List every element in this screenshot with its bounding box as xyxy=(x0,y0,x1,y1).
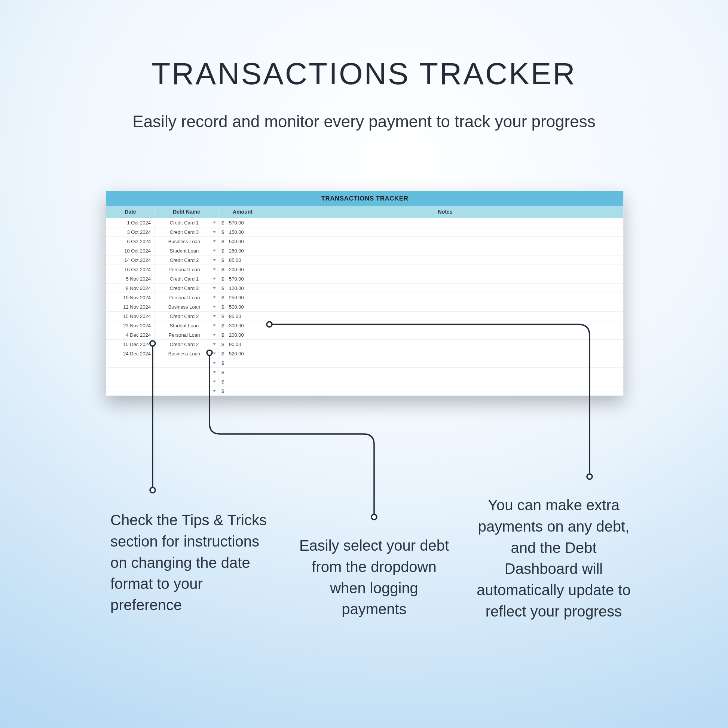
cell-notes[interactable] xyxy=(267,387,623,395)
svg-point-5 xyxy=(587,474,592,479)
cell-date[interactable]: 6 Oct 2024 xyxy=(106,237,155,246)
cell-date[interactable]: 5 Nov 2024 xyxy=(106,274,155,283)
header-notes: Notes xyxy=(267,206,623,218)
cell-debt-dropdown[interactable]: Business Loan xyxy=(155,349,219,358)
cell-amount[interactable]: $500.00 xyxy=(219,237,267,246)
cell-date[interactable] xyxy=(106,387,155,395)
table-row: 12 Nov 2024Business Loan$500.00 xyxy=(106,302,623,312)
cell-debt-dropdown[interactable]: Credit Card 2 xyxy=(155,255,219,265)
cell-notes[interactable] xyxy=(267,312,623,321)
cell-date[interactable]: 12 Nov 2024 xyxy=(106,302,155,311)
page-title: TRANSACTIONS TRACKER xyxy=(0,56,728,91)
cell-amount[interactable]: $85.00 xyxy=(219,312,267,321)
cell-debt-dropdown[interactable]: Business Loan xyxy=(155,237,219,246)
cell-date[interactable]: 3 Oct 2024 xyxy=(106,228,155,236)
cell-notes[interactable] xyxy=(267,302,623,311)
cell-amount[interactable]: $250.00 xyxy=(219,293,267,302)
callout-date-format: Check the Tips & Tricks section for inst… xyxy=(110,509,268,616)
cell-date[interactable]: 1 Oct 2024 xyxy=(106,218,155,227)
cell-date[interactable]: 23 Nov 2024 xyxy=(106,321,155,330)
cell-amount[interactable]: $150.00 xyxy=(219,228,267,236)
cell-amount[interactable]: $570.00 xyxy=(219,274,267,283)
cell-debt-dropdown[interactable]: Credit Card 1 xyxy=(155,274,219,283)
cell-debt-dropdown[interactable] xyxy=(155,368,219,377)
cell-amount[interactable]: $200.00 xyxy=(219,265,267,274)
cell-amount[interactable]: $ xyxy=(219,387,267,395)
cell-amount[interactable]: $90.00 xyxy=(219,340,267,349)
cell-debt-dropdown[interactable] xyxy=(155,358,219,367)
cell-debt-dropdown[interactable]: Personal Loan xyxy=(155,293,219,302)
cell-notes[interactable] xyxy=(267,340,623,349)
chevron-down-icon xyxy=(213,334,216,336)
cell-notes[interactable] xyxy=(267,284,623,292)
chevron-down-icon xyxy=(213,269,216,271)
cell-debt-dropdown[interactable] xyxy=(155,377,219,386)
cell-notes[interactable] xyxy=(267,368,623,377)
cell-date[interactable]: 10 Oct 2024 xyxy=(106,246,155,255)
cell-debt-dropdown[interactable]: Student Loan xyxy=(155,321,219,330)
cell-notes[interactable] xyxy=(267,358,623,367)
cell-debt-dropdown[interactable]: Personal Loan xyxy=(155,265,219,274)
cell-debt-dropdown[interactable]: Credit Card 2 xyxy=(155,312,219,321)
cell-notes[interactable] xyxy=(267,293,623,302)
currency-symbol: $ xyxy=(222,237,227,246)
table-row: 14 Oct 2024Credit Card 2$85.00 xyxy=(106,255,623,265)
chevron-down-icon xyxy=(213,353,216,355)
cell-debt-dropdown[interactable]: Student Loan xyxy=(155,246,219,255)
cell-debt-dropdown[interactable]: Business Loan xyxy=(155,302,219,311)
cell-notes[interactable] xyxy=(267,265,623,274)
cell-date[interactable]: 4 Dec 2024 xyxy=(106,330,155,339)
cell-amount[interactable]: $85.00 xyxy=(219,255,267,265)
cell-amount[interactable]: $ xyxy=(219,377,267,386)
cell-amount[interactable]: $500.00 xyxy=(219,302,267,311)
currency-symbol: $ xyxy=(222,368,227,377)
cell-amount[interactable]: $120.00 xyxy=(219,284,267,292)
cell-notes[interactable] xyxy=(267,237,623,246)
currency-symbol: $ xyxy=(222,302,227,311)
cell-date[interactable]: 15 Nov 2024 xyxy=(106,312,155,321)
cell-amount[interactable]: $300.00 xyxy=(219,321,267,330)
cell-amount[interactable]: $200.00 xyxy=(219,330,267,339)
amount-value: 520.00 xyxy=(227,349,244,358)
cell-amount[interactable]: $250.00 xyxy=(219,246,267,255)
cell-date[interactable] xyxy=(106,358,155,367)
cell-date[interactable]: 24 Dec 2024 xyxy=(106,349,155,358)
cell-notes[interactable] xyxy=(267,228,623,236)
cell-notes[interactable] xyxy=(267,330,623,339)
chevron-down-icon xyxy=(213,325,216,327)
chevron-down-icon xyxy=(213,315,216,317)
cell-debt-dropdown[interactable]: Credit Card 2 xyxy=(155,340,219,349)
cell-date[interactable]: 15 Dec 2024 xyxy=(106,340,155,349)
cell-notes[interactable] xyxy=(267,321,623,330)
chevron-down-icon xyxy=(213,306,216,308)
chevron-down-icon xyxy=(213,278,216,280)
cell-date[interactable] xyxy=(106,377,155,386)
cell-notes[interactable] xyxy=(267,255,623,265)
currency-symbol: $ xyxy=(222,255,227,265)
cell-debt-dropdown[interactable] xyxy=(155,387,219,395)
svg-point-1 xyxy=(150,488,155,493)
currency-symbol: $ xyxy=(222,312,227,321)
cell-notes[interactable] xyxy=(267,218,623,227)
cell-date[interactable]: 10 Nov 2024 xyxy=(106,293,155,302)
cell-amount[interactable]: $570.00 xyxy=(219,218,267,227)
cell-date[interactable]: 14 Oct 2024 xyxy=(106,255,155,265)
cell-debt-dropdown[interactable]: Credit Card 3 xyxy=(155,284,219,292)
cell-date[interactable] xyxy=(106,368,155,377)
cell-date[interactable]: 16 Oct 2024 xyxy=(106,265,155,274)
cell-notes[interactable] xyxy=(267,349,623,358)
cell-debt-dropdown[interactable]: Personal Loan xyxy=(155,330,219,339)
header-amount: Amount xyxy=(219,206,267,218)
cell-notes[interactable] xyxy=(267,274,623,283)
currency-symbol: $ xyxy=(222,274,227,283)
amount-value xyxy=(227,358,229,367)
cell-notes[interactable] xyxy=(267,377,623,386)
cell-amount[interactable]: $520.00 xyxy=(219,349,267,358)
cell-debt-dropdown[interactable]: Credit Card 1 xyxy=(155,218,219,227)
amount-value: 85.00 xyxy=(227,312,241,321)
cell-notes[interactable] xyxy=(267,246,623,255)
cell-debt-dropdown[interactable]: Credit Card 3 xyxy=(155,228,219,236)
cell-date[interactable]: 8 Nov 2024 xyxy=(106,284,155,292)
cell-amount[interactable]: $ xyxy=(219,358,267,367)
cell-amount[interactable]: $ xyxy=(219,368,267,377)
